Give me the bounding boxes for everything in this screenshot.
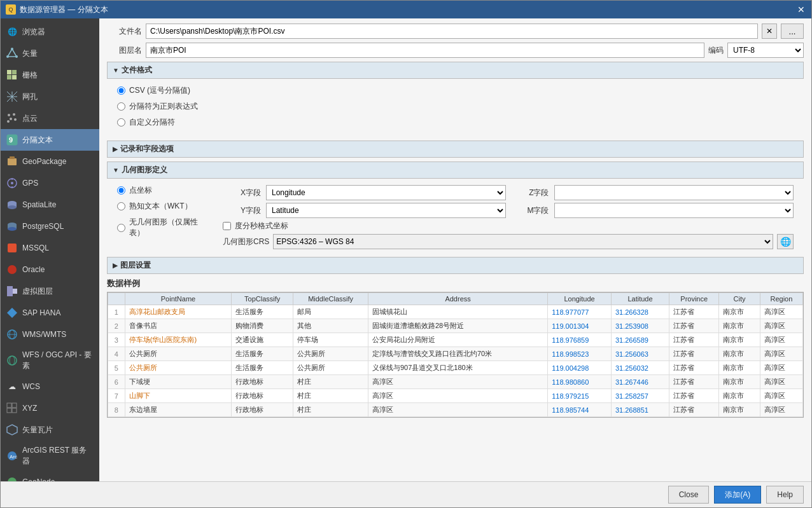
geometry-section-header[interactable]: ▼ 几何图形定义 xyxy=(107,161,804,179)
sidebar-item-mssql[interactable]: MSSQL xyxy=(1,237,99,259)
sidebar-item-oracle[interactable]: Oracle xyxy=(1,259,99,280)
titlebar-left: Q 数据源管理器 — 分隔文本 xyxy=(6,4,108,15)
col-header-province: Province xyxy=(669,293,719,305)
sidebar-item-raster[interactable]: 栅格 xyxy=(1,64,99,86)
add-button[interactable]: 添加(A) xyxy=(714,486,761,504)
geometry-arrow: ▼ xyxy=(113,167,119,174)
crs-label: 几何图形CRS xyxy=(223,237,269,247)
oracle-icon xyxy=(6,263,18,276)
close-button[interactable]: Close xyxy=(668,486,710,504)
col-header-address: Address xyxy=(368,293,547,305)
sidebar-item-geopackage[interactable]: GeoPackage xyxy=(1,151,99,172)
cell-middleclassify: 公共厕所 xyxy=(293,347,368,361)
cell-pointname: 山脚下 xyxy=(125,389,231,403)
file-browse-button[interactable]: ... xyxy=(781,24,804,39)
z-field-select[interactable] xyxy=(554,185,794,200)
file-clear-button[interactable]: ✕ xyxy=(762,24,777,39)
cell-latitude: 31.256063 xyxy=(611,347,669,361)
cell-middleclassify: 停车场 xyxy=(293,333,368,347)
mssql-icon xyxy=(6,242,18,254)
pointcloud-icon xyxy=(6,112,18,125)
app-icon: Q xyxy=(6,4,16,15)
cell-pointname: 公共厕所 xyxy=(125,361,231,375)
sidebar-item-spatialite[interactable]: SpatiaLite xyxy=(1,194,99,216)
sidebar-item-vectortile[interactable]: 矢量瓦片 xyxy=(1,419,99,441)
svg-marker-45 xyxy=(7,425,17,435)
gps-icon xyxy=(6,177,18,189)
sidebar-item-saphana[interactable]: SAP HANA xyxy=(1,302,99,324)
record-fields-section-header[interactable]: ▶ 记录和字段选项 xyxy=(107,141,804,158)
wkt-label: 熟知文本（WKT） xyxy=(129,201,192,212)
cell-longitude: 119.001304 xyxy=(548,319,612,333)
svg-rect-5 xyxy=(12,70,17,74)
cell-num: 2 xyxy=(108,319,125,333)
sidebar-item-wmswmts[interactable]: WMS/WMTS xyxy=(1,324,99,345)
svg-point-14 xyxy=(10,118,12,120)
x-field-select[interactable]: Longitude xyxy=(266,185,506,200)
sidebar-item-xyz[interactable]: XYZ xyxy=(1,397,99,419)
sidebar-label-gps: GPS xyxy=(22,179,38,188)
sidebar-label-geopackage: GeoPackage xyxy=(22,157,66,166)
cell-longitude: 118.980860 xyxy=(548,375,612,389)
crs-row: 几何图形CRS EPSG:4326 – WGS 84 🌐 xyxy=(223,234,794,249)
cell-region: 高淳区 xyxy=(760,347,802,361)
cell-region: 高淳区 xyxy=(760,333,802,347)
col-header-region: Region xyxy=(760,293,802,305)
crs-select[interactable]: EPSG:4326 – WGS 84 xyxy=(273,234,773,249)
crs-globe-button[interactable]: 🌐 xyxy=(777,234,794,249)
cell-longitude: 118.985744 xyxy=(548,403,612,417)
wmswmts-icon xyxy=(6,328,18,341)
sidebar-item-arcgisrest[interactable]: Arc ArcGIS REST 服务器 xyxy=(1,441,99,471)
geonode-icon xyxy=(6,476,18,481)
table-row: 7山脚下行政地标村庄高淳区118.97921531.258257江苏省南京市高淳… xyxy=(108,389,803,403)
sidebar-label-postgresql: PostgreSQL xyxy=(22,222,64,231)
sidebar-item-gps[interactable]: GPS xyxy=(1,172,99,194)
cell-pointname: 音像书店 xyxy=(125,319,231,333)
sidebar-item-browser[interactable]: 🌐 浏览器 xyxy=(1,21,99,43)
z-field-label: Z字段 xyxy=(511,188,549,198)
sidebar-item-mesh[interactable]: 网孔 xyxy=(1,86,99,107)
regex-radio[interactable] xyxy=(117,102,125,111)
encoding-select[interactable]: UTF-8 xyxy=(727,43,804,58)
layer-name-input[interactable] xyxy=(146,43,704,58)
sidebar-item-virtuallayer[interactable]: 虚拟图层 xyxy=(1,280,99,302)
custom-radio[interactable] xyxy=(117,118,125,127)
layer-encoding-row: 图层名 编码 UTF-8 xyxy=(107,43,804,58)
help-button[interactable]: Help xyxy=(766,486,804,504)
cell-pointname: 高淳花山邮政支局 xyxy=(125,305,231,319)
file-format-section-header[interactable]: ▼ 文件格式 xyxy=(107,62,804,79)
sidebar-label-mssql: MSSQL xyxy=(22,244,49,252)
sidebar-item-delimitedtext[interactable]: 9 分隔文本 xyxy=(1,129,99,151)
layer-settings-section-header[interactable]: ▶ 图层设置 xyxy=(107,257,804,274)
svg-rect-7 xyxy=(12,75,17,79)
x-field-label: X字段 xyxy=(223,188,261,198)
cell-latitude: 31.266589 xyxy=(611,333,669,347)
raster-icon xyxy=(6,69,18,81)
sidebar-item-wcs[interactable]: ☁ WCS xyxy=(1,376,99,397)
csv-radio[interactable] xyxy=(117,86,125,95)
file-path-input[interactable] xyxy=(146,24,758,39)
svg-rect-42 xyxy=(12,403,17,408)
svg-rect-34 xyxy=(13,289,17,294)
sidebar-item-postgresql[interactable]: PostgreSQL xyxy=(1,216,99,237)
m-field-select[interactable] xyxy=(554,203,794,218)
dms-checkbox[interactable] xyxy=(223,222,231,230)
sidebar-item-pointcloud[interactable]: 点云 xyxy=(1,107,99,129)
svg-rect-6 xyxy=(7,75,11,79)
sidebar-item-vector[interactable]: 矢量 xyxy=(1,43,99,64)
wkt-radio[interactable] xyxy=(117,202,125,210)
cell-region: 高淳区 xyxy=(760,375,802,389)
table-header-row: PointName TopClassify MiddleClassify Add… xyxy=(108,293,803,305)
cell-address: 固城镇花山 xyxy=(368,305,547,319)
sidebar-item-wfs[interactable]: WFS / OGC API - 要素 xyxy=(1,345,99,376)
nogeom-radio[interactable] xyxy=(117,224,125,232)
point-coords-radio[interactable] xyxy=(117,186,125,195)
cell-num: 5 xyxy=(108,361,125,375)
sidebar-item-geonode[interactable]: GeoNode xyxy=(1,471,99,481)
window-close-button[interactable]: ✕ xyxy=(796,4,806,15)
y-field-select[interactable]: Latitude xyxy=(266,203,506,218)
cell-region: 高淳区 xyxy=(760,319,802,333)
sidebar-label-wmswmts: WMS/WMTS xyxy=(22,330,66,339)
table-row: 1高淳花山邮政支局生活服务邮局固城镇花山118.97707731.266328江… xyxy=(108,305,803,319)
geometry-options: 点坐标 熟知文本（WKT） 无几何图形（仅属性表） X字 xyxy=(117,185,794,249)
